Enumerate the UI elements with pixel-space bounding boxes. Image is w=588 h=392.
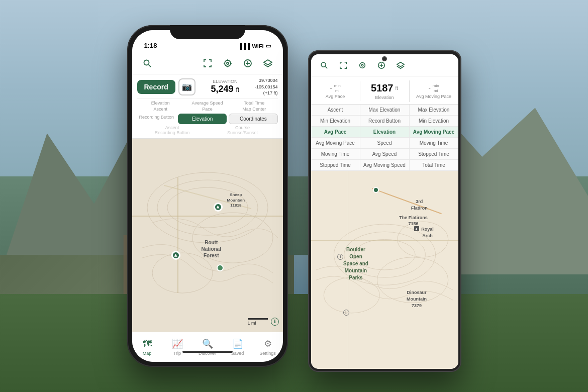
- status-icons: ▐▐▐ WiFi ▭: [238, 43, 271, 49]
- selector-row-5: Moving Time Avg Speed Stopped Time: [311, 149, 458, 160]
- stat-map-center: Map Center: [231, 107, 277, 112]
- coordinates-btn[interactable]: Coordinates: [229, 114, 277, 124]
- svg-point-0: [144, 60, 149, 65]
- stat-ascent: Ascent: [137, 107, 184, 112]
- status-time: 1:18: [144, 42, 157, 49]
- sel-min-elevation[interactable]: Min Elevation: [311, 116, 360, 126]
- android-elevation-cell: 5187 ft Elevation: [360, 80, 410, 102]
- android-screen: - minmi Avg Pace 5187 ft Elevation: [311, 54, 458, 369]
- elevation-value: 5,249: [211, 84, 233, 94]
- stat-avg-speed: Average Speed: [184, 101, 231, 106]
- nav-saved[interactable]: 📄 Saved: [223, 335, 253, 359]
- selector-row-2: Min Elevation Record Button Min Elevatio…: [311, 116, 458, 127]
- nav-map[interactable]: 🗺 Map: [132, 336, 162, 359]
- svg-point-19: [359, 62, 365, 68]
- selector-row-3: Avg Pace Elevation Avg Moving Pace: [311, 127, 458, 138]
- toolbar-right-icons: [201, 56, 275, 70]
- sel-avg-speed[interactable]: Avg Speed: [360, 149, 410, 159]
- sheep-mountain-label: SheepMountain11818: [227, 192, 245, 208]
- sel-total-time[interactable]: Total Time: [410, 160, 458, 170]
- camera-button[interactable]: 📷: [178, 78, 195, 95]
- nav-settings[interactable]: ⚙ Settings: [253, 335, 283, 359]
- nav-discover[interactable]: 🔍 Discover: [192, 335, 223, 359]
- elevation-btn[interactable]: Elevation: [178, 114, 227, 124]
- android-location-icon[interactable]: [355, 58, 369, 72]
- android-elevation-unit: ft: [395, 85, 398, 91]
- svg-marker-24: [397, 62, 404, 66]
- sel-ascent-1[interactable]: Ascent: [311, 105, 360, 115]
- android-device: - minmi Avg Pace 5187 ft Elevation: [308, 50, 461, 372]
- map-scale: 1 mi: [248, 318, 268, 326]
- battery-icon: ▭: [266, 43, 271, 49]
- sel-stopped-time-2[interactable]: Stopped Time: [311, 160, 360, 170]
- sel-avg-moving-pace-2[interactable]: Avg Moving Pace: [311, 138, 360, 148]
- iphone-toolbar: [132, 52, 283, 74]
- iphone-map[interactable]: SheepMountain11818 RouttNationalForest: [132, 139, 283, 332]
- iphone-screen: 1:18 ▐▐▐ WiFi ▭: [132, 30, 283, 362]
- flatirons-label: The Flatirons7156: [399, 215, 428, 227]
- saved-nav-icon: 📄: [232, 338, 243, 349]
- android-stats-header: - minmi Avg Pace 5187 ft Elevation: [311, 76, 458, 105]
- svg-point-2: [225, 60, 231, 66]
- trip-nav-icon: 📈: [172, 338, 183, 349]
- android-info-2[interactable]: ℹ: [343, 310, 349, 316]
- plus-icon[interactable]: [241, 56, 255, 70]
- android-elevation-label: Elevation: [364, 95, 405, 100]
- sel-min-elevation-2[interactable]: Min Elevation: [410, 116, 458, 126]
- android-pin-1: [373, 187, 379, 193]
- android-avg-pace-unit: minmi: [334, 83, 341, 93]
- elevation-label: Elevation: [199, 79, 252, 84]
- sel-avg-moving-speed[interactable]: Avg Moving Speed: [360, 160, 410, 170]
- sel-moving-time-2[interactable]: Moving Time: [311, 149, 360, 159]
- svg-point-17: [321, 62, 326, 67]
- record-button[interactable]: Record: [137, 80, 175, 94]
- sel-stopped-time[interactable]: Stopped Time: [410, 149, 458, 159]
- stat-course: Course: [208, 125, 278, 130]
- android-search-icon[interactable]: [317, 58, 331, 72]
- iphone-home-indicator: [182, 351, 233, 353]
- android-avg-moving-pace-cell: - minmi Avg Moving Pace: [410, 81, 458, 101]
- stat-pace: Pace: [184, 107, 231, 112]
- svg-line-18: [325, 66, 327, 68]
- layers-icon[interactable]: [261, 56, 275, 70]
- iphone-device: 1:18 ▐▐▐ WiFi ▭: [127, 25, 288, 367]
- map-pin-2: [171, 251, 180, 260]
- android-map[interactable]: BoulderOpenSpace andMountainParks 3rdFla…: [311, 171, 458, 369]
- android-camera: [382, 56, 387, 61]
- android-avg-pace-cell: - minmi Avg Pace: [311, 81, 360, 101]
- recording-button-label: Recording Button: [137, 114, 176, 124]
- android-avg-pace-value: -: [330, 84, 332, 92]
- road-vertical: [177, 177, 178, 293]
- stat-ascent2: Ascent: [137, 125, 208, 130]
- sel-record-button[interactable]: Record Button: [360, 116, 410, 126]
- map-info-button[interactable]: ℹ: [271, 318, 279, 326]
- sel-avg-pace[interactable]: Avg Pace: [311, 127, 360, 137]
- nav-trip[interactable]: 📈 Trip: [162, 335, 192, 359]
- search-icon[interactable]: [140, 56, 154, 70]
- android-expand-icon[interactable]: [336, 58, 350, 72]
- stat-total-time: Total Time: [231, 101, 277, 106]
- discover-nav-icon: 🔍: [202, 338, 213, 349]
- sel-elevation[interactable]: Elevation: [360, 127, 410, 137]
- coords-display: 39.73004-105.00154(+17 ft): [255, 77, 278, 96]
- sel-avg-moving-pace[interactable]: Avg Moving Pace: [410, 127, 458, 137]
- android-toolbar-icons: [317, 58, 408, 72]
- map-pin-1: [214, 203, 223, 212]
- sel-max-elevation-1[interactable]: Max Elevation: [360, 105, 410, 115]
- location-icon[interactable]: [221, 56, 235, 70]
- phones-container: 1:18 ▐▐▐ WiFi ▭: [0, 0, 588, 392]
- sel-moving-time[interactable]: Moving Time: [410, 138, 458, 148]
- sel-speed[interactable]: Speed: [360, 138, 410, 148]
- expand-icon[interactable]: [201, 56, 215, 70]
- android-elevation-value: 5187: [371, 82, 394, 94]
- boulder-open-space-label: BoulderOpenSpace andMountainParks: [343, 246, 368, 281]
- royal-arch-label: RoyalArch: [421, 226, 434, 239]
- sel-max-elevation-2[interactable]: Max Elevation: [410, 105, 458, 115]
- svg-point-20: [361, 64, 363, 66]
- android-layers-icon[interactable]: [394, 58, 408, 72]
- signal-icon: ▐▐▐: [238, 43, 250, 49]
- sunrise-label: Sunrise/Sunset: [208, 130, 278, 135]
- nav-map-label: Map: [143, 351, 152, 356]
- selector-row-4: Avg Moving Pace Speed Moving Time: [311, 138, 458, 149]
- svg-marker-11: [264, 60, 272, 65]
